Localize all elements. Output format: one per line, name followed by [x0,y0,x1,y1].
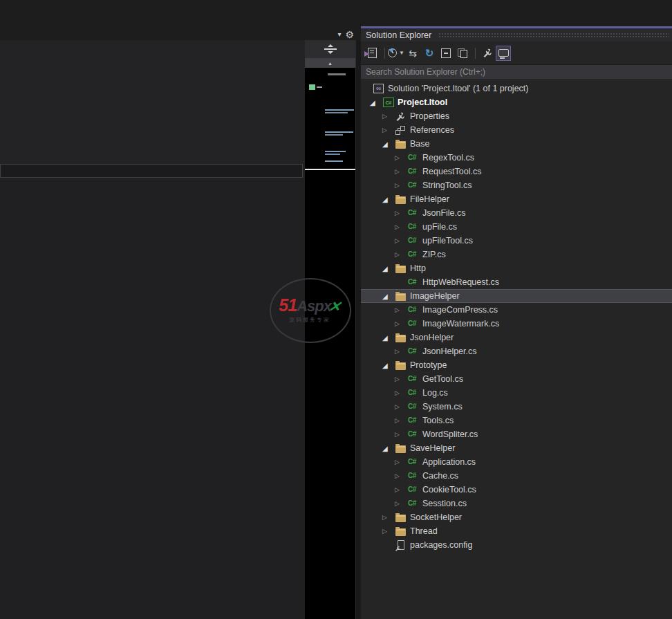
tree-row[interactable]: ▷C#Application.cs [361,455,672,469]
tree-row[interactable]: ▷C#GetTool.cs [361,372,672,386]
expand-arrow-icon[interactable]: ▷ [395,487,406,493]
tree-row[interactable]: ▷C#System.cs [361,400,672,414]
expand-arrow-icon[interactable]: ◢ [382,141,393,147]
minimap-code-line [325,112,348,113]
tree-row[interactable]: C#HttpWebRequest.cs [361,275,672,289]
show-all-files-button[interactable] [455,46,470,61]
search-input[interactable] [361,67,672,77]
collapsed-editor-bar[interactable] [0,164,303,178]
tree-row[interactable]: ▷C#Cache.cs [361,469,672,483]
expand-arrow-icon[interactable]: ▷ [395,418,406,424]
expand-arrow-icon[interactable]: ▷ [395,238,406,244]
split-window-icon [324,44,337,54]
tree-row[interactable]: ◢ImageHelper [361,289,672,303]
tree-row[interactable]: packages.config [361,538,672,552]
expand-arrow-icon[interactable]: ▷ [395,349,406,355]
tree-item-label: RequestTool.cs [422,167,481,176]
tree-row[interactable]: ▷C#CookieTool.cs [361,483,672,497]
expand-arrow-icon[interactable]: ▷ [395,169,406,175]
splitter-handle[interactable] [305,40,355,58]
expand-arrow-icon[interactable]: ▷ [395,432,406,438]
refresh-icon: ↻ [425,48,434,58]
tree-row[interactable]: ▷C#Sesstion.cs [361,497,672,510]
tree-item-label: JsonFile.cs [422,208,466,218]
expand-arrow-icon[interactable]: ▷ [395,473,406,479]
expand-arrow-icon[interactable]: ◢ [382,362,393,369]
csharp-file-icon: C# [408,182,416,189]
collapse-all-button[interactable] [438,46,454,61]
tree-item-label: JsonHelper [410,333,454,342]
expand-arrow-icon[interactable]: ◢ [382,445,393,452]
tree-row[interactable]: ▷C#JsonFile.cs [361,206,672,220]
properties-button[interactable] [479,46,494,61]
tree-row[interactable]: ▷C#Tools.cs [361,414,672,427]
expand-arrow-icon[interactable]: ▷ [395,224,406,230]
expand-arrow-icon[interactable]: ▷ [395,210,406,216]
expand-arrow-icon[interactable]: ▷ [382,127,393,133]
expand-arrow-icon[interactable]: ▷ [395,321,406,327]
tree-row[interactable]: ▷C#Log.cs [361,386,672,400]
tree-item-icon-slot [395,513,407,522]
expand-arrow-icon[interactable]: ◢ [382,266,393,272]
editor-lower-region [0,178,305,619]
tree-item-label: upFile.cs [422,222,457,232]
window-dropdown-icon[interactable]: ▾ [337,30,341,39]
tree-row[interactable]: ▷C#upFile.cs [361,220,672,234]
tree-item-icon-slot [395,540,407,550]
settings-gear-icon[interactable]: ⚙ [345,29,354,40]
preview-selected-items-button[interactable] [496,46,511,61]
minimap-content[interactable] [305,68,355,619]
tree-row[interactable]: ▷C#upFileTool.cs [361,234,672,248]
minimap-code-line [328,73,346,75]
pending-changes-filter-button[interactable]: ▼ [389,46,404,61]
tree-row[interactable]: ◢C#Project.Itool [361,95,672,109]
tree-row[interactable]: ◢JsonHelper [361,331,672,344]
tree-item-icon-slot: C# [408,251,419,258]
tree-row[interactable]: ▷C#ImageComPress.cs [361,303,672,317]
expand-arrow-icon[interactable]: ▷ [395,183,406,189]
expand-arrow-icon[interactable]: ▷ [382,515,393,521]
tree-row[interactable]: ▷C#ZIP.cs [361,248,672,261]
expand-arrow-icon[interactable]: ◢ [382,293,393,299]
tree-row[interactable]: ▷C#StringTool.cs [361,178,672,192]
expand-arrow-icon[interactable]: ▷ [382,528,393,535]
expand-arrow-icon[interactable]: ◢ [370,100,381,106]
csharp-file-icon: C# [408,500,416,507]
tree-row[interactable]: ▷Thread [361,524,672,538]
tree-row[interactable]: ▷SocketHelper [361,510,672,524]
expand-arrow-icon[interactable]: ▷ [395,307,406,313]
switch-views-button[interactable] [364,46,380,61]
expand-arrow-icon[interactable]: ▷ [382,113,393,120]
expand-arrow-icon[interactable]: ▷ [395,252,406,258]
tree-row[interactable]: ∞Solution 'Project.Itool' (1 of 1 projec… [361,82,672,95]
tree-row[interactable]: ◢FileHelper [361,192,672,206]
solution-explorer-title-bar[interactable]: Solution Explorer [361,28,672,41]
expand-arrow-icon[interactable]: ▷ [395,404,406,410]
scroll-up-button[interactable]: ▲ [305,58,355,68]
solution-tree: ∞Solution 'Project.Itool' (1 of 1 projec… [361,79,672,552]
tree-row[interactable]: ▷References [361,123,672,137]
tree-row[interactable]: ◢SaveHelper [361,441,672,455]
expand-arrow-icon[interactable]: ▷ [395,459,406,465]
sync-with-active-document-button[interactable]: ⇆ [405,46,420,61]
tree-row[interactable]: ▷C#RequestTool.cs [361,165,672,178]
tree-row[interactable]: ▷C#WordSpliter.cs [361,427,672,441]
expand-arrow-icon[interactable]: ▷ [395,501,406,507]
folder-icon [395,293,406,301]
tree-row[interactable]: ▷Properties [361,109,672,123]
tree-row[interactable]: ▷C#JsonHelper.cs [361,344,672,358]
tree-item-label: CookieTool.cs [422,485,476,495]
expand-arrow-icon[interactable]: ▷ [395,155,406,161]
tree-row[interactable]: ▷C#RegexTool.cs [361,151,672,165]
expand-arrow-icon[interactable]: ▷ [395,390,406,396]
expand-arrow-icon[interactable]: ◢ [382,335,393,341]
tree-row[interactable]: ▷C#ImageWatermark.cs [361,317,672,331]
tree-row[interactable]: ◢Http [361,261,672,275]
expand-arrow-icon[interactable]: ◢ [382,196,393,203]
tree-item-icon-slot [395,140,407,149]
expand-arrow-icon[interactable]: ▷ [395,376,406,382]
refresh-button[interactable]: ↻ [422,46,437,61]
tree-item-icon-slot: C# [383,98,394,107]
tree-row[interactable]: ◢Prototype [361,358,672,372]
tree-row[interactable]: ◢Base [361,137,672,151]
